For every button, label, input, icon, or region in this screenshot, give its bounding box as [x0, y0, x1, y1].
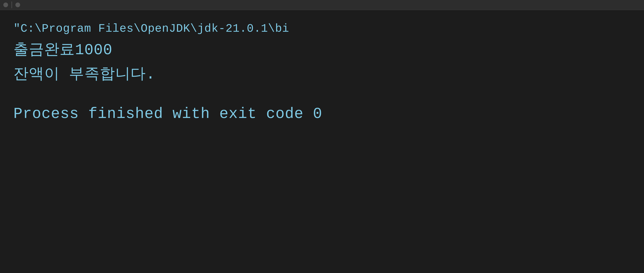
terminal-output: "C:\Program Files\OpenJDK\jdk-21.0.1\bi … [0, 10, 644, 273]
top-bar-dot-2 [16, 3, 20, 7]
output-line-2: 잔액이 부족합니다. [14, 63, 630, 86]
command-line: "C:\Program Files\OpenJDK\jdk-21.0.1\bi [14, 20, 630, 37]
output-line-1: 출금완료1000 [14, 39, 630, 62]
top-bar [0, 0, 644, 10]
terminal-container: "C:\Program Files\OpenJDK\jdk-21.0.1\bi … [0, 0, 644, 273]
process-finished-line: Process finished with exit code 0 [14, 103, 630, 125]
top-bar-dot-1 [3, 3, 8, 7]
top-bar-separator [12, 2, 12, 8]
